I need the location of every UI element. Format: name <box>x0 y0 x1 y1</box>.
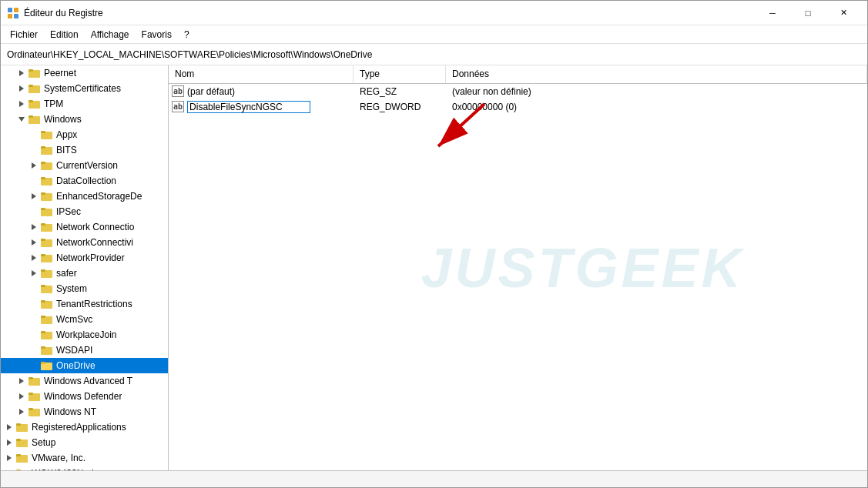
tree-item-wsdapi[interactable]: WSDAPI <box>1 343 168 358</box>
svg-rect-32 <box>41 269 45 272</box>
tree-item-setup[interactable]: Setup <box>1 435 168 450</box>
svg-rect-18 <box>41 162 45 164</box>
tree-label-peernet: Peernet <box>44 68 76 79</box>
tree-item-vmware[interactable]: VMware, Inc. <box>1 450 168 466</box>
tree-label-wsdapi: WSDAPI <box>56 345 92 356</box>
tree-item-networkprovider[interactable]: NetworkProvider <box>1 250 168 266</box>
svg-rect-44 <box>41 362 45 364</box>
svg-rect-1 <box>14 8 18 12</box>
maximize-button[interactable]: □ <box>790 1 826 25</box>
tree-label-vmware: VMware, Inc. <box>32 453 85 463</box>
minimize-button[interactable]: ─ <box>755 1 790 25</box>
svg-rect-38 <box>41 316 45 318</box>
menu-bar: Fichier Edition Affichage Favoris ? <box>1 25 867 44</box>
expand-icon <box>28 298 41 310</box>
title-bar: Éditeur du Registre ─ □ ✕ <box>1 1 867 25</box>
expand-icon <box>28 206 41 218</box>
svg-rect-22 <box>41 192 45 195</box>
tree-label-registeredapps: RegisteredApplications <box>32 422 126 433</box>
tree-label-system: System <box>56 283 87 294</box>
expand-icon <box>16 375 28 387</box>
tree-label-windowsadvanced: Windows Advanced T <box>44 376 132 386</box>
svg-rect-12 <box>28 115 33 118</box>
tree-item-safer[interactable]: safer <box>1 266 168 281</box>
tree-item-windowsadvanced[interactable]: Windows Advanced T <box>1 373 168 389</box>
svg-rect-3 <box>14 14 18 18</box>
expand-icon <box>28 329 41 341</box>
menu-help[interactable]: ? <box>178 28 196 42</box>
svg-rect-8 <box>28 85 33 87</box>
tree-item-wcmsvc[interactable]: WcmSvc <box>1 312 168 327</box>
expand-icon <box>16 406 28 418</box>
menu-edition[interactable]: Edition <box>44 28 85 42</box>
main-content: Peernet SystemCertificates TPM Windows <box>1 65 867 470</box>
tree-item-windowsdefender[interactable]: Windows Defender <box>1 389 168 404</box>
svg-rect-14 <box>41 131 45 133</box>
tree-label-enhancedstorage: EnhancedStorageDe <box>56 191 142 202</box>
tree-item-bits[interactable]: BITS <box>1 142 168 158</box>
tree-panel[interactable]: Peernet SystemCertificates TPM Windows <box>1 65 169 470</box>
tree-label-tpm: TPM <box>44 99 63 109</box>
tree-label-ipsec: IPSec <box>56 206 81 217</box>
tree-item-ipsec[interactable]: IPSec <box>1 204 168 219</box>
tree-label-systemcerts: SystemCertificates <box>44 83 121 94</box>
svg-rect-48 <box>28 393 33 395</box>
expand-icon <box>16 98 28 110</box>
svg-rect-52 <box>16 423 21 426</box>
tree-item-system[interactable]: System <box>1 281 168 296</box>
column-header-donnees[interactable]: Données <box>446 65 867 83</box>
tree-item-peernet[interactable]: Peernet <box>1 65 168 81</box>
expand-icon <box>28 313 41 326</box>
tree-item-enhancedstorage[interactable]: EnhancedStorageDe <box>1 189 168 204</box>
svg-rect-34 <box>41 285 45 287</box>
tree-item-currentversion[interactable]: CurrentVersion <box>1 158 168 173</box>
tree-item-networkconnectivi[interactable]: NetworkConnectivi <box>1 235 168 250</box>
expand-icon <box>16 82 28 95</box>
tree-label-networkconnectivi: NetworkConnectivi <box>56 237 133 248</box>
svg-rect-28 <box>41 239 45 241</box>
tree-item-datacollection[interactable]: DataCollection <box>1 173 168 189</box>
tree-item-onedrive[interactable]: OneDrive <box>1 358 168 373</box>
tree-item-workplacejoin[interactable]: WorkplaceJoin <box>1 327 168 343</box>
tree-label-setup: Setup <box>32 437 55 448</box>
expand-icon <box>28 252 41 264</box>
row-type-disable: REG_DWORD <box>354 100 446 114</box>
reg-dword-icon: ab <box>172 101 184 112</box>
expand-icon <box>28 282 41 295</box>
tree-item-windowsnt[interactable]: Windows NT <box>1 404 168 419</box>
tree-item-networkconnection[interactable]: Network Connectio <box>1 219 168 235</box>
row-name-disable: ab <box>169 99 354 115</box>
expand-icon <box>28 236 41 249</box>
tree-item-appx[interactable]: Appx <box>1 127 168 142</box>
svg-rect-46 <box>28 377 33 379</box>
tree-item-registeredapps[interactable]: RegisteredApplications <box>1 419 168 435</box>
window-controls: ─ □ ✕ <box>755 1 861 25</box>
table-row[interactable]: ab REG_DWORD 0x00000000 (0) <box>169 99 867 115</box>
row-name-default: ab (par défaut) <box>169 84 354 99</box>
expand-icon <box>16 113 28 125</box>
reg-sz-icon: ab <box>172 85 184 97</box>
column-header-nom[interactable]: Nom <box>169 65 354 83</box>
app-icon <box>7 7 19 19</box>
tree-item-systemcerts[interactable]: SystemCertificates <box>1 81 168 96</box>
tree-item-windows[interactable]: Windows <box>1 112 168 127</box>
svg-rect-16 <box>41 146 45 149</box>
right-panel: JUSTGEEK Nom Type Données ab (par défaut… <box>169 65 867 470</box>
rename-input[interactable] <box>187 101 310 113</box>
tree-label-safer: safer <box>56 268 77 279</box>
svg-rect-6 <box>28 69 33 72</box>
tree-label-wcmsvc: WcmSvc <box>56 314 92 325</box>
menu-affichage[interactable]: Affichage <box>85 28 136 42</box>
tree-item-tenantrestrictions[interactable]: TenantRestrictions <box>1 296 168 312</box>
column-header-type[interactable]: Type <box>354 65 446 83</box>
tree-item-tpm[interactable]: TPM <box>1 96 168 112</box>
menu-fichier[interactable]: Fichier <box>4 28 44 42</box>
table-row[interactable]: ab (par défaut) REG_SZ (valeur non défin… <box>169 84 867 99</box>
menu-favoris[interactable]: Favoris <box>136 28 178 42</box>
tree-label-datacollection: DataCollection <box>56 175 116 186</box>
expand-icon <box>4 421 16 433</box>
table-header: Nom Type Données <box>169 65 867 84</box>
svg-rect-24 <box>41 208 45 210</box>
svg-rect-2 <box>8 14 12 18</box>
close-button[interactable]: ✕ <box>826 1 861 25</box>
